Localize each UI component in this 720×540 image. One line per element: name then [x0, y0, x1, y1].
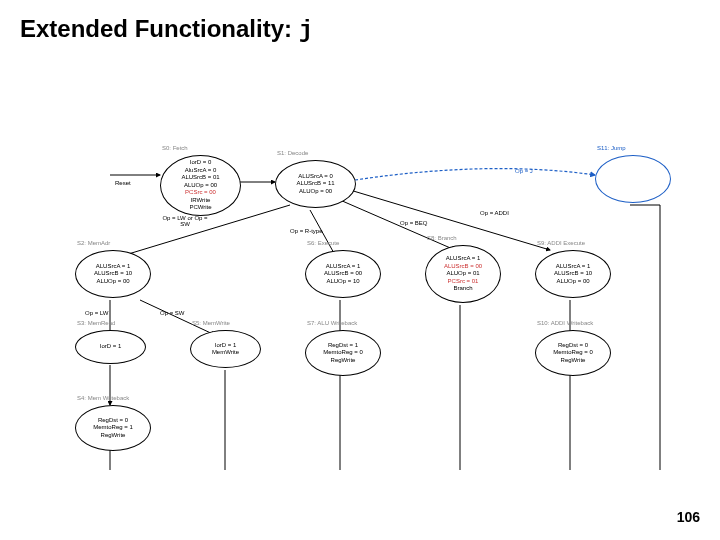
edge-rtype: Op = R-type: [290, 228, 323, 234]
state-s2: ALUSrcA = 1 ALUSrcB = 10 ALUOp = 00: [75, 250, 151, 298]
state-label-s3: S3: MemRead: [77, 320, 115, 326]
title-code: j: [299, 17, 313, 44]
edge-lw: Op = LW: [85, 310, 108, 316]
edge-addi: Op = ADDI: [480, 210, 509, 216]
page-number: 106: [677, 509, 700, 525]
state-s11: [595, 155, 671, 203]
state-label-s10: S10: ADDI Writeback: [537, 320, 593, 326]
edge-sw: Op = SW: [160, 310, 185, 316]
state-s9: ALUSrcA = 1 ALUSrcB = 10 ALUOp = 00: [535, 250, 611, 298]
edge-j: Op = J: [515, 168, 533, 174]
state-label-s1: S1: Decode: [277, 150, 308, 156]
state-s3: IorD = 1: [75, 330, 146, 364]
state-s8: ALUSrcA = 1 ALUSrcB = 00 ALUOp = 01 PCSr…: [425, 245, 501, 303]
svg-line-4: [340, 200, 455, 250]
edge-reset: Reset: [115, 180, 131, 186]
state-s1: ALUSrcA = 0 ALUSrcB = 11 ALUOp = 00: [275, 160, 356, 208]
page-title: Extended Functionality: j: [20, 15, 313, 44]
state-label-s9: S9: ADDI Execute: [537, 240, 585, 246]
state-s5: IorD = 1 MemWrite: [190, 330, 261, 368]
state-label-s2: S2: MemAdr: [77, 240, 110, 246]
edge-lw-sw: Op = LW or Op = SW: [160, 215, 210, 227]
state-label-s0: S0: Fetch: [162, 145, 188, 151]
title-prefix: Extended Functionality:: [20, 15, 299, 42]
state-label-s11: S11: Jump: [597, 145, 626, 151]
state-s6: ALUSrcA = 1 ALUSrcB = 00 ALUOp = 10: [305, 250, 381, 298]
state-label-s6: S6: Execute: [307, 240, 339, 246]
state-s0: IorD = 0 AluSrcA = 0 ALUSrcB = 01 ALUOp …: [160, 155, 241, 216]
state-s4: RegDst = 0 MemtoReg = 1 RegWrite: [75, 405, 151, 451]
state-label-s5: S5: MemWrite: [192, 320, 230, 326]
state-label-s8: S8: Branch: [427, 235, 457, 241]
edge-beq: Op = BEQ: [400, 220, 428, 226]
state-s7: RegDst = 1 MemtoReg = 0 RegWrite: [305, 330, 381, 376]
state-label-s7: S7: ALU Writeback: [307, 320, 357, 326]
state-s10: RegDst = 0 MemtoReg = 0 RegWrite: [535, 330, 611, 376]
svg-line-5: [350, 190, 550, 250]
state-label-s4: S4: Mem Writeback: [77, 395, 129, 401]
fsm-diagram: S0: Fetch IorD = 0 AluSrcA = 0 ALUSrcB =…: [40, 150, 680, 480]
